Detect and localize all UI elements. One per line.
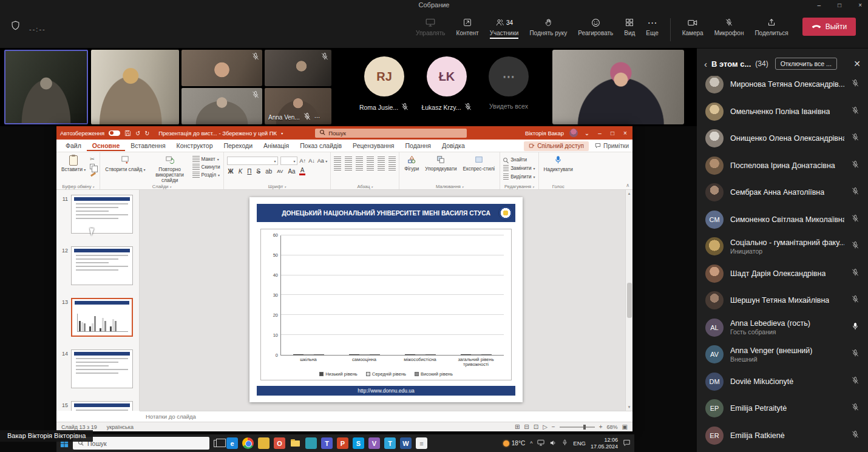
tab-Показ слайдів[interactable]: Показ слайдів: [294, 140, 347, 151]
font-format-button[interactable]: S: [256, 168, 262, 175]
title-chevron-icon[interactable]: ▾: [281, 131, 283, 135]
slide-thumbnail-14[interactable]: 14: [60, 349, 134, 388]
participant-row[interactable]: ALAnna Lebedieva (гость)Гость собрания: [697, 314, 868, 342]
copy-icon[interactable]: [90, 164, 95, 169]
scroll-up-icon[interactable]: ▴: [628, 191, 631, 196]
dictate-button[interactable]: Надиктувати: [542, 155, 575, 173]
weather-widget[interactable]: 18°C: [503, 440, 525, 447]
taskbar-app-notepad-icon[interactable]: ≡: [416, 437, 427, 449]
mic-off-icon[interactable]: [851, 430, 860, 441]
notes-bar[interactable]: Нотатки до слайда: [140, 411, 632, 422]
stage-avatar-tile[interactable]: ŁKŁukasz Krzy...: [416, 56, 477, 112]
slide-position[interactable]: Слайд 13 з 19: [61, 424, 97, 430]
arrange-button[interactable]: Упорядкувати: [423, 155, 458, 172]
share-button[interactable]: Спільний доступ: [524, 141, 589, 151]
save-icon[interactable]: [124, 130, 131, 137]
paste-button[interactable]: Вставити ▾: [59, 155, 87, 173]
ppt-user-name[interactable]: Вікторія Вакар: [525, 130, 564, 137]
minimize-icon[interactable]: –: [818, 2, 821, 8]
participant-row[interactable]: Поспелова Ірина Донатасівна: [697, 152, 868, 180]
redo-icon[interactable]: ↻: [144, 130, 149, 137]
font-format-button[interactable]: AV: [276, 169, 284, 174]
mic-off-icon[interactable]: [851, 295, 860, 306]
ribbon-group-label[interactable]: Голос: [539, 184, 578, 189]
font-format-button[interactable]: ab: [264, 168, 273, 175]
maximize-icon[interactable]: □: [838, 2, 841, 8]
participant-row[interactable]: Шершун Тетяна Михайлівна: [697, 287, 868, 314]
toolbar-content-button[interactable]: Контент: [451, 12, 484, 40]
participant-row[interactable]: DMDovilė Mikučionytė: [697, 368, 868, 396]
indent-decrease-icon[interactable]: [356, 157, 363, 163]
taskbar-app-skype-icon[interactable]: S: [353, 437, 364, 449]
autosave-toggle[interactable]: [109, 130, 120, 136]
find-button[interactable]: Знайти: [503, 157, 527, 163]
taskbar-app-opera-icon[interactable]: O: [274, 437, 285, 449]
language-indicator[interactable]: українська: [107, 424, 134, 430]
font-format-button[interactable]: П: [246, 168, 253, 175]
align-right-icon[interactable]: [356, 164, 363, 170]
participant-row[interactable]: Миронова Тетяна Олександрів...: [697, 76, 868, 98]
participant-row[interactable]: CMСимоненко Світлана Миколаївна: [697, 206, 868, 234]
mic-tray-icon[interactable]: [561, 439, 568, 447]
slide-thumbnail-13[interactable]: 13: [60, 298, 134, 337]
undo-icon[interactable]: ↺: [135, 130, 140, 137]
ribbon-group-label[interactable]: Редагування▾: [500, 184, 538, 189]
reading-view-icon[interactable]: ⊡: [534, 423, 538, 430]
toolbar-participants-button[interactable]: 34Участники: [484, 12, 524, 41]
select-button[interactable]: Виділити ▾: [503, 174, 535, 180]
slide-sorter-icon[interactable]: ⊟: [524, 423, 529, 430]
toolbar-more-button[interactable]: ⋯Еще: [640, 12, 663, 40]
cut-icon[interactable]: ✂: [90, 156, 95, 162]
align-center-icon[interactable]: [345, 164, 352, 170]
ribbon-display-options-icon[interactable]: ⌄: [583, 130, 591, 137]
tab-Переходи[interactable]: Переходи: [218, 140, 258, 151]
mic-off-icon[interactable]: [851, 268, 860, 279]
ppt-minimize-icon[interactable]: –: [596, 130, 603, 137]
slideshow-view-icon[interactable]: ▷: [543, 423, 548, 430]
font-size-select[interactable]: ▾: [280, 157, 297, 165]
volume-icon[interactable]: [549, 439, 557, 448]
mic-off-icon[interactable]: [851, 349, 860, 360]
tab-Основне[interactable]: Основне: [87, 140, 125, 151]
mic-off-icon[interactable]: [851, 241, 860, 252]
quick-styles-button[interactable]: Експрес-стилі: [461, 155, 497, 172]
reuse-slides-button[interactable]: Повторно використати слайди: [150, 155, 190, 184]
section-button[interactable]: Розділ ▾: [192, 172, 220, 178]
participant-row[interactable]: Онищенко Олена Олександрівна: [697, 125, 868, 152]
font-format-button[interactable]: A: [299, 167, 306, 175]
taskbar-app-powerpoint-icon[interactable]: P: [337, 437, 348, 449]
participant-row[interactable]: Сембрак Анна Анатоліївна: [697, 179, 868, 206]
tray-expand-icon[interactable]: ^: [530, 440, 532, 447]
taskbar-app-telegram-icon[interactable]: T: [384, 437, 396, 449]
stage-avatar-tile[interactable]: ⋯Увидеть всех: [478, 56, 539, 110]
ppt-close-icon[interactable]: ×: [622, 130, 629, 137]
mic-off-icon[interactable]: [851, 160, 860, 171]
toolbar-camera-button[interactable]: Камера: [677, 12, 709, 40]
text-direction-icon[interactable]: [388, 157, 396, 163]
columns-icon[interactable]: [378, 164, 385, 170]
slide-canvas[interactable]: ДОНЕЦЬКИЙ НАЦІОНАЛЬНИЙ УНІВЕРСИТЕТ ІМЕНІ…: [249, 197, 523, 402]
mic-off-icon[interactable]: [851, 79, 860, 90]
shapes-button[interactable]: Фігури: [402, 155, 421, 172]
font-format-button[interactable]: Aa: [287, 168, 296, 175]
mic-off-icon[interactable]: [851, 187, 860, 198]
taskbar-app-word-icon[interactable]: W: [400, 437, 412, 449]
change-case-icon[interactable]: Aa ▾: [317, 158, 328, 164]
ppt-restore-icon[interactable]: □: [609, 130, 616, 137]
network-icon[interactable]: [537, 439, 544, 447]
zoom-slider-thumb[interactable]: [583, 425, 586, 430]
leave-button[interactable]: Выйти: [802, 18, 856, 36]
slide-thumbnail-12[interactable]: 12: [60, 246, 134, 285]
align-left-icon[interactable]: [334, 164, 341, 170]
format-painter-icon[interactable]: [90, 171, 97, 177]
editor-scrollbar[interactable]: ▴ ▾: [625, 190, 632, 411]
document-title[interactable]: Презентація до вист... - Збережено у цей…: [158, 130, 277, 137]
reset-button[interactable]: Скинути: [192, 164, 220, 170]
comments-button[interactable]: Примітки: [595, 143, 629, 150]
participant-row[interactable]: Соціально - гуманітарний факу...Инициато…: [697, 233, 868, 260]
tab-Довідка[interactable]: Довідка: [436, 140, 470, 151]
slide-chart[interactable]: 0102030405060 шкільнасамооціннаміжособис…: [260, 229, 512, 380]
font-format-button[interactable]: Ж: [227, 168, 235, 175]
tab-Файл[interactable]: Файл: [60, 140, 87, 151]
mic-off-icon[interactable]: [851, 133, 860, 144]
